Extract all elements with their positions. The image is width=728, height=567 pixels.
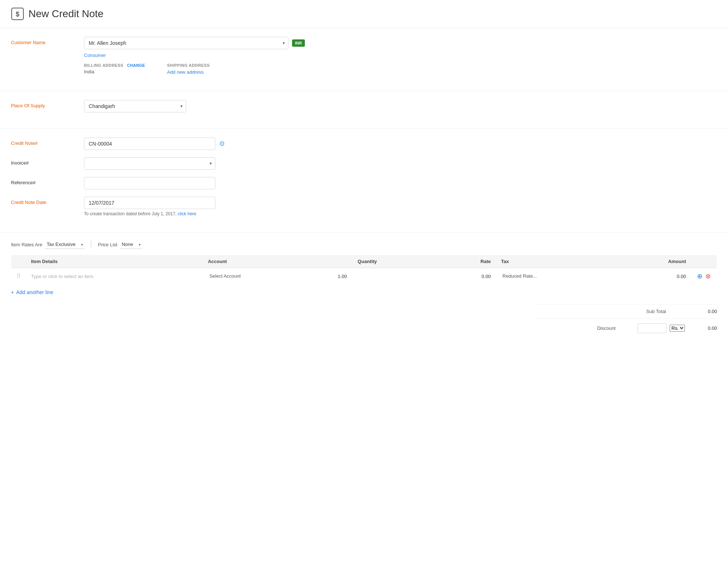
totals-table: Sub Total 0.00 Discount Rs. 0.00	[534, 304, 717, 338]
sub-total-value: 0.00	[688, 309, 717, 314]
svg-text:$: $	[16, 11, 19, 18]
items-table-header-row: Item Details Account Quantity Rate Tax A…	[11, 255, 717, 268]
delete-row-button[interactable]: ⊗	[705, 272, 712, 280]
add-new-address-link[interactable]: Add new address	[167, 69, 203, 75]
invoice-number-control	[84, 157, 717, 170]
rate-col-header: Rate	[410, 255, 496, 268]
price-list-label: Price List	[98, 242, 117, 247]
plus-icon: +	[11, 289, 14, 295]
discount-input-group: Rs. 0.00	[637, 323, 717, 333]
drag-handle-icon[interactable]: ⠿	[16, 273, 21, 279]
credit-note-number-row: Credit Note# ⚙	[11, 138, 717, 150]
item-placeholder[interactable]: Type or click to select an item.	[31, 274, 95, 279]
price-list-select[interactable]: None	[120, 240, 142, 249]
place-of-supply-control: Chandigarh	[84, 100, 717, 112]
account-col-header: Account	[203, 255, 324, 268]
tax-select[interactable]: Reduced Rate...	[501, 272, 544, 280]
tax-mode-select-wrapper[interactable]: Tax Exclusive	[45, 240, 84, 249]
address-section: BILLING ADDRESS CHANGE India SHIPPING AD…	[84, 63, 717, 75]
customer-select-wrapper[interactable]: Mr. Allen Joseph	[84, 37, 288, 49]
invoice-number-row: Invoice#	[11, 157, 717, 170]
customer-select-wrap: Mr. Allen Joseph INR	[84, 37, 717, 49]
amount-col-header: Amount	[624, 255, 691, 268]
rate-input[interactable]	[465, 274, 491, 279]
customer-name-control: Mr. Allen Joseph INR Consumer BILLING AD…	[84, 37, 717, 75]
table-row: ⠿ Type or click to select an item. Selec…	[11, 268, 717, 284]
currency-badge: INR	[292, 39, 305, 47]
reference-number-row: Reference#	[11, 177, 717, 189]
tax-col-header: Tax	[496, 255, 624, 268]
tax-mode-select[interactable]: Tax Exclusive	[45, 240, 84, 249]
place-of-supply-row: Place Of Supply Chandigarh	[11, 100, 717, 112]
shipping-address-label: SHIPPING ADDRESS	[167, 63, 210, 68]
account-select-wrap[interactable]: Select Account	[208, 272, 319, 280]
page-title: New Credit Note	[28, 8, 103, 20]
reference-number-input[interactable]	[84, 177, 215, 189]
items-table: Item Details Account Quantity Rate Tax A…	[11, 255, 717, 284]
tax-cell[interactable]: Reduced Rate...	[496, 268, 624, 284]
discount-type-wrap[interactable]: Rs.	[670, 325, 685, 332]
quantity-cell[interactable]	[325, 268, 410, 284]
items-table-body: ⠿ Type or click to select an item. Selec…	[11, 268, 717, 284]
add-another-line-button[interactable]: + Add another line	[11, 284, 717, 300]
rate-cell[interactable]	[410, 268, 496, 284]
consumer-link[interactable]: Consumer	[84, 53, 106, 58]
separator	[91, 241, 91, 248]
copy-row-button[interactable]: ⊕	[696, 272, 703, 280]
reference-number-control	[84, 177, 717, 189]
invoice-select[interactable]	[84, 157, 215, 170]
discount-label: Discount	[534, 325, 637, 331]
credit-note-number-label: Credit Note#	[11, 138, 84, 146]
credit-note-icon: $	[11, 7, 24, 20]
price-list-select-wrapper[interactable]: None	[120, 240, 142, 249]
page-header: $ New Credit Note	[0, 0, 728, 28]
credit-note-number-control: ⚙	[84, 138, 717, 150]
item-details-cell[interactable]: Type or click to select an item.	[26, 268, 203, 284]
customer-name-row: Customer Name Mr. Allen Joseph INR Consu…	[11, 37, 717, 75]
credit-note-number-input[interactable]	[84, 138, 215, 150]
credit-note-details-section: Credit Note# ⚙ Invoice# Reference#	[0, 129, 728, 233]
drag-cell: ⠿	[11, 268, 26, 284]
actions-cell: ⊕ ⊗	[691, 268, 717, 284]
discount-type-select[interactable]: Rs.	[670, 325, 685, 332]
sub-total-label: Sub Total	[534, 309, 688, 314]
account-cell[interactable]: Select Account	[203, 268, 324, 284]
gear-icon[interactable]: ⚙	[219, 140, 225, 148]
items-section: Item Rates Are Tax Exclusive Price List …	[0, 233, 728, 300]
amount-cell: 0.00	[624, 268, 691, 284]
reference-number-label: Reference#	[11, 177, 84, 185]
discount-amount-input[interactable]	[637, 323, 667, 333]
item-rates-bar: Item Rates Are Tax Exclusive Price List …	[11, 240, 717, 249]
quantity-input[interactable]	[330, 274, 355, 279]
credit-note-date-input[interactable]	[84, 197, 215, 209]
discount-value: 0.00	[688, 325, 717, 331]
place-of-supply-label: Place Of Supply	[11, 100, 84, 108]
drag-col-header	[11, 255, 26, 268]
credit-note-date-control: To create transaction dated before July …	[84, 197, 717, 216]
main-content: Customer Name Mr. Allen Joseph INR Consu…	[0, 28, 728, 341]
totals-section: Sub Total 0.00 Discount Rs. 0.00	[0, 300, 728, 341]
add-line-label: Add another line	[16, 289, 53, 295]
change-billing-link[interactable]: CHANGE	[127, 63, 145, 68]
credit-note-input-wrap: ⚙	[84, 138, 717, 150]
item-rates-label: Item Rates Are	[11, 242, 42, 247]
account-select[interactable]: Select Account	[208, 272, 248, 280]
credit-note-date-label: Credit Note Date	[11, 197, 84, 205]
customer-section: Customer Name Mr. Allen Joseph INR Consu…	[0, 28, 728, 91]
customer-select[interactable]: Mr. Allen Joseph	[84, 37, 288, 49]
billing-address-block: BILLING ADDRESS CHANGE India	[84, 63, 145, 75]
invoice-select-wrapper[interactable]	[84, 157, 215, 170]
click-here-link[interactable]: click here	[178, 211, 196, 216]
billing-address-label: BILLING ADDRESS CHANGE	[84, 63, 145, 68]
place-of-supply-select[interactable]: Chandigarh	[84, 100, 186, 112]
tax-select-wrap[interactable]: Reduced Rate...	[501, 272, 618, 280]
place-of-supply-section: Place Of Supply Chandigarh	[0, 91, 728, 129]
actions-col-header	[691, 255, 717, 268]
customer-name-label: Customer Name	[11, 37, 84, 45]
row-actions: ⊕ ⊗	[696, 272, 712, 280]
items-table-head: Item Details Account Quantity Rate Tax A…	[11, 255, 717, 268]
sub-total-row: Sub Total 0.00	[534, 304, 717, 319]
place-select-wrapper[interactable]: Chandigarh	[84, 100, 186, 112]
shipping-address-block: SHIPPING ADDRESS Add new address	[167, 63, 210, 75]
credit-note-date-row: Credit Note Date To create transaction d…	[11, 197, 717, 216]
